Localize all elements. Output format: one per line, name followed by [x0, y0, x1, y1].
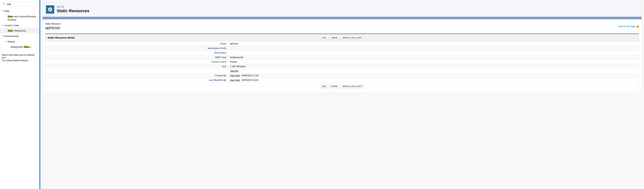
- field-row-cache: Cache Control Private: [45, 60, 639, 64]
- field-label: Created By: [45, 74, 228, 78]
- help-link-label: Help for this Page: [618, 25, 635, 28]
- chevron-down-icon: [1, 24, 4, 27]
- detail-button-row-top: Edit Delete Where is this used?: [320, 36, 364, 40]
- delete-button[interactable]: Delete: [329, 36, 340, 40]
- chevron-down-icon: [4, 40, 7, 43]
- field-label: Cache Control: [45, 60, 228, 64]
- field-label: Namespace Prefix: [45, 46, 228, 50]
- field-value: Private: [228, 60, 639, 64]
- modified-time: 04/05/2023 18:02: [242, 79, 258, 82]
- decorative-map-band: [42, 17, 642, 19]
- page-header-text: SETUP Static Resources: [57, 6, 90, 13]
- edit-button[interactable]: Edit: [320, 84, 328, 88]
- sidebar-item-state-picklists[interactable]: State and Country/Territory Picklists: [0, 14, 39, 22]
- field-value: [228, 50, 639, 55]
- field-value: [228, 46, 639, 50]
- field-value: text/javascript: [228, 55, 639, 60]
- edit-button[interactable]: Edit: [320, 36, 328, 40]
- chevron-down-icon: [1, 34, 4, 38]
- help-icon: ?: [636, 25, 639, 28]
- sidebar-subgroup-deploy[interactable]: Deploy: [0, 39, 39, 44]
- sidebar-item-deployment-status[interactable]: Deployment Status: [0, 44, 39, 50]
- search-highlight: Stat: [8, 29, 12, 32]
- sidebar-subgroup-label: Deploy: [8, 40, 15, 43]
- field-label: Description: [45, 50, 228, 55]
- field-label: Size: [45, 64, 228, 69]
- object-header-left: Static Resource apirtcsio: [45, 22, 61, 30]
- field-row-description: Description: [45, 50, 639, 55]
- page-header: SETUP Static Resources: [42, 2, 642, 17]
- page-title: Static Resources: [57, 8, 90, 13]
- sidebar-search-box[interactable]: [2, 2, 38, 7]
- field-row-modified: Last Modified By User User, 04/05/2023 1…: [45, 78, 639, 82]
- sidebar-nofind: Didn't find what you're looking for? Try…: [0, 51, 39, 63]
- modified-user-link[interactable]: User User: [230, 79, 240, 82]
- delete-button[interactable]: Delete: [329, 84, 340, 88]
- field-value: User User, 03/05/2023 17:40: [228, 74, 639, 78]
- sidebar-item-static-resources[interactable]: Static Resources: [0, 28, 39, 33]
- sidebar-group-custom-code[interactable]: Custom Code: [0, 22, 39, 28]
- try-global-search-link[interactable]: Try using Global Search.: [2, 59, 38, 62]
- field-label: Last Modified By: [45, 78, 228, 82]
- search-highlight: Stat: [24, 46, 28, 48]
- field-row-size: Size 1 338 590 bytes: [45, 64, 639, 69]
- field-value: User User, 04/05/2023 18:02: [228, 78, 639, 82]
- main-content: SETUP Static Resources Static Resource a…: [40, 0, 644, 189]
- gear-icon: [46, 5, 54, 14]
- field-row-name: Name apirtcsio: [45, 42, 639, 46]
- field-row-viewfile: View file: [45, 69, 639, 74]
- sidebar-group-label: Environments: [4, 35, 19, 38]
- sidebar-group-environments[interactable]: Environments: [0, 33, 39, 39]
- field-row-created: Created By User User, 03/05/2023 17:40: [45, 74, 639, 78]
- field-value: 1 338 590 bytes: [228, 64, 639, 69]
- content-panel: Static Resource apirtcsio Help for this …: [42, 19, 642, 93]
- where-used-button[interactable]: Where is this used?: [340, 84, 364, 88]
- object-crumb: Static Resource: [45, 22, 61, 25]
- page-eyebrow: SETUP: [57, 6, 90, 8]
- detail-button-row-bottom: Edit Delete Where is this used?: [45, 82, 639, 90]
- field-value: View file: [228, 69, 639, 74]
- nofind-text: Didn't find what you're looking for?: [2, 54, 38, 59]
- detail-title: Static Resource Detail: [48, 36, 74, 39]
- created-time: 03/05/2023 17:40: [242, 74, 258, 77]
- sidebar-group-label: Data: [4, 10, 9, 12]
- search-icon: [3, 2, 6, 6]
- object-name: apirtcsio: [45, 26, 61, 30]
- field-row-mime: MIME Type text/javascript: [45, 55, 639, 60]
- help-for-page-link[interactable]: Help for this Page ?: [618, 25, 639, 28]
- sidebar-search-wrap: [0, 1, 39, 8]
- sidebar-group-data[interactable]: Data: [0, 8, 39, 14]
- field-label: Name: [45, 42, 228, 46]
- field-row-namespace: Namespace Prefix: [45, 46, 639, 50]
- main-wrap: SETUP Static Resources Static Resource a…: [40, 0, 644, 189]
- detail-header: Static Resource Detail Edit Delete Where…: [45, 34, 639, 41]
- where-used-button[interactable]: Where is this used?: [340, 36, 364, 40]
- sidebar-group-label: Custom Code: [4, 24, 19, 27]
- detail-field-table: Name apirtcsio Namespace Prefix Descript…: [45, 41, 639, 82]
- sidebar-search-input[interactable]: [7, 3, 36, 6]
- field-value: apirtcsio: [228, 42, 639, 46]
- object-header-row: Static Resource apirtcsio Help for this …: [45, 22, 639, 30]
- setup-sidebar: Data State and Country/Territory Picklis…: [0, 0, 40, 189]
- field-label: MIME Type: [45, 55, 228, 60]
- chevron-down-icon: [1, 10, 4, 12]
- created-user-link[interactable]: User User: [230, 74, 240, 77]
- search-highlight: Stat: [8, 15, 12, 18]
- sidebar-tree: Data State and Country/Territory Picklis…: [0, 8, 39, 51]
- field-label: [45, 69, 228, 74]
- view-file-link[interactable]: View file: [230, 70, 238, 72]
- detail-box: Static Resource Detail Edit Delete Where…: [45, 34, 639, 90]
